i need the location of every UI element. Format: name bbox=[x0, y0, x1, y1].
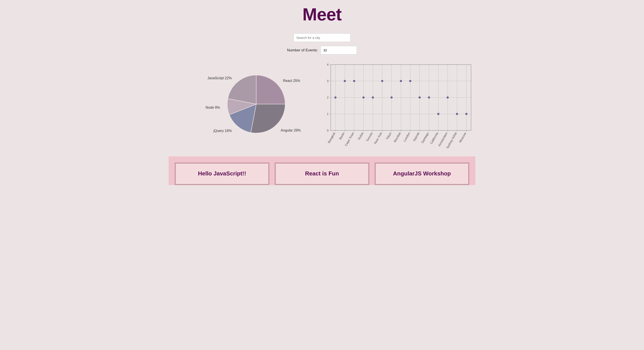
scatter-point bbox=[372, 96, 374, 99]
scatter-point bbox=[418, 96, 421, 99]
x-tick-label: Cape Town bbox=[344, 132, 355, 147]
scatter-point bbox=[334, 96, 336, 99]
num-events-label: Number of Events: bbox=[287, 48, 318, 53]
event-card: React is Fun bbox=[275, 162, 369, 185]
scatter-point bbox=[390, 96, 392, 99]
pie-slice-label: Angular 28% bbox=[281, 128, 301, 132]
controls: Number of Events: bbox=[168, 33, 476, 55]
event-title: Hello JavaScript!! bbox=[181, 170, 263, 177]
scatter-point bbox=[456, 113, 458, 115]
x-tick-label: Moscow bbox=[458, 131, 467, 143]
pie-slice-label: Node 9% bbox=[206, 106, 220, 109]
pie-chart: React 25%Angular 28%jQuery 16%Node 9%Jav… bbox=[168, 62, 313, 146]
event-title: React is Fun bbox=[281, 170, 363, 177]
y-tick-label: 4 bbox=[327, 63, 328, 66]
scatter-point bbox=[362, 96, 364, 99]
scatter-point bbox=[465, 113, 468, 115]
x-tick-label: Toronto bbox=[365, 131, 373, 142]
scatter-point bbox=[400, 80, 402, 82]
scatter-point bbox=[344, 80, 346, 82]
charts-row: React 25%Angular 28%jQuery 16%Node 9%Jav… bbox=[168, 62, 476, 150]
x-tick-label: Tokyo bbox=[385, 131, 392, 140]
x-tick-label: Nairobi bbox=[412, 132, 420, 142]
page-title: Meet bbox=[168, 5, 476, 25]
events-panel: Hello JavaScript!! React is Fun AngularJ… bbox=[168, 156, 476, 185]
pie-slice bbox=[251, 104, 285, 133]
event-title: AngularJS Workshop bbox=[381, 170, 463, 177]
scatter-point bbox=[409, 80, 412, 82]
event-card: Hello JavaScript!! bbox=[175, 162, 270, 185]
x-tick-label: Mumbai bbox=[393, 132, 402, 143]
y-tick-label: 3 bbox=[327, 79, 328, 83]
x-tick-label: Amsterdam bbox=[437, 132, 448, 147]
y-tick-label: 1 bbox=[327, 112, 328, 116]
x-tick-label: London bbox=[403, 132, 411, 142]
x-tick-label: New York bbox=[373, 131, 383, 145]
x-tick-label: Berlin bbox=[338, 132, 346, 140]
scatter-point bbox=[353, 80, 355, 82]
scatter-chart: 01234BangkokBerlinCape TownDubaiTorontoN… bbox=[322, 62, 476, 150]
x-tick-label: Bangkok bbox=[327, 131, 336, 144]
x-tick-label: Dubai bbox=[357, 132, 364, 140]
pie-slice-label: jQuery 16% bbox=[213, 129, 232, 133]
pie-slice-label: JavaScript 22% bbox=[207, 76, 232, 80]
y-tick-label: 0 bbox=[327, 129, 328, 132]
x-tick-label: Santiago bbox=[420, 131, 430, 144]
scatter-point bbox=[437, 113, 440, 115]
x-tick-label: California bbox=[430, 131, 439, 144]
scatter-point bbox=[446, 96, 449, 99]
scatter-point bbox=[381, 80, 384, 82]
pie-slice-label: React 25% bbox=[283, 79, 300, 83]
y-tick-label: 2 bbox=[327, 96, 328, 99]
num-events-row: Number of Events: bbox=[287, 46, 357, 55]
scatter-point bbox=[428, 96, 430, 99]
event-card: AngularJS Workshop bbox=[374, 162, 469, 185]
pie-slice bbox=[256, 75, 285, 104]
num-events-input[interactable] bbox=[320, 46, 357, 55]
search-input[interactable] bbox=[294, 33, 350, 42]
